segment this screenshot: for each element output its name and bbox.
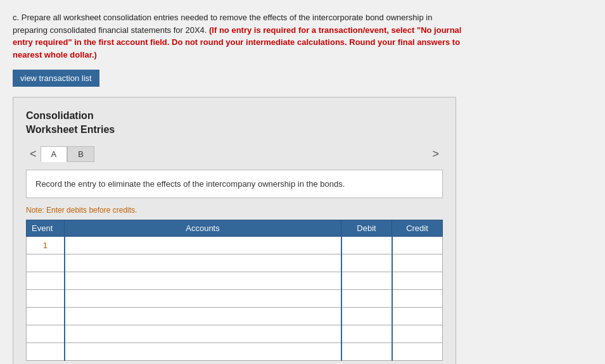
debit-cell[interactable] <box>341 290 392 308</box>
tabs-row: < A B > <box>26 146 443 162</box>
debit-cell[interactable] <box>341 237 392 254</box>
event-cell <box>27 272 65 290</box>
account-cell[interactable] <box>65 308 341 325</box>
event-cell <box>27 343 65 361</box>
account-input[interactable] <box>65 237 341 254</box>
debit-cell[interactable] <box>341 254 392 272</box>
account-input[interactable] <box>65 291 341 307</box>
tab-left-arrow[interactable]: < <box>26 147 41 161</box>
credit-input[interactable] <box>393 237 443 254</box>
credit-cell[interactable] <box>392 308 443 325</box>
account-cell[interactable] <box>65 343 341 361</box>
account-cell[interactable] <box>65 237 341 254</box>
debit-cell[interactable] <box>341 343 392 361</box>
description-box: Record the entry to eliminate the effect… <box>26 170 443 199</box>
credit-cell[interactable] <box>392 290 443 308</box>
credit-input[interactable] <box>393 308 443 325</box>
credit-cell[interactable] <box>392 237 443 254</box>
event-cell <box>27 308 65 325</box>
table-row <box>27 272 443 290</box>
account-cell[interactable] <box>65 290 341 308</box>
debit-input[interactable] <box>342 291 392 307</box>
account-input[interactable] <box>65 273 341 289</box>
note-text: Note: Enter debits before credits. <box>26 206 443 215</box>
credit-cell[interactable] <box>392 254 443 272</box>
credit-input[interactable] <box>393 291 443 307</box>
debit-input[interactable] <box>342 344 392 360</box>
credit-input[interactable] <box>393 326 443 342</box>
col-header-accounts: Accounts <box>65 220 341 237</box>
debit-input[interactable] <box>342 255 392 272</box>
debit-cell[interactable] <box>341 325 392 343</box>
debit-input[interactable] <box>342 326 392 342</box>
account-cell[interactable] <box>65 272 341 290</box>
debit-cell[interactable] <box>341 272 392 290</box>
credit-input[interactable] <box>393 344 443 360</box>
credit-input[interactable] <box>393 273 443 289</box>
credit-input[interactable] <box>393 255 443 272</box>
table-row <box>27 325 443 343</box>
description-text: Record the entry to eliminate the effect… <box>35 179 345 189</box>
account-input[interactable] <box>65 308 341 325</box>
tab-a[interactable]: A <box>41 146 68 162</box>
account-cell[interactable] <box>65 325 341 343</box>
account-input[interactable] <box>65 255 341 272</box>
card-title: Consolidation Worksheet Entries <box>26 109 443 137</box>
col-header-credit: Credit <box>392 220 443 237</box>
tab-b[interactable]: B <box>67 146 94 162</box>
consolidation-card: Consolidation Worksheet Entries < A B > … <box>13 97 456 364</box>
credit-cell[interactable] <box>392 272 443 290</box>
account-input[interactable] <box>65 344 341 360</box>
debit-input[interactable] <box>342 273 392 289</box>
account-input[interactable] <box>65 326 341 342</box>
table-row <box>27 308 443 325</box>
col-header-debit: Debit <box>341 220 392 237</box>
debit-input[interactable] <box>342 308 392 325</box>
view-transaction-list-button[interactable]: view transaction list <box>13 70 99 87</box>
credit-cell[interactable] <box>392 325 443 343</box>
table-row: 1 <box>27 237 443 254</box>
debit-cell[interactable] <box>341 308 392 325</box>
event-cell <box>27 325 65 343</box>
table-row <box>27 343 443 361</box>
event-cell <box>27 290 65 308</box>
tab-right-arrow[interactable]: > <box>428 147 443 161</box>
instructions-text: c. Prepare all worksheet consolidation e… <box>13 11 469 61</box>
account-cell[interactable] <box>65 254 341 272</box>
credit-cell[interactable] <box>392 343 443 361</box>
entry-table: Event Accounts Debit Credit 1 <box>26 220 443 361</box>
event-cell: 1 <box>27 237 65 254</box>
debit-input[interactable] <box>342 237 392 254</box>
table-row <box>27 290 443 308</box>
table-row <box>27 254 443 272</box>
event-cell <box>27 254 65 272</box>
col-header-event: Event <box>27 220 65 237</box>
